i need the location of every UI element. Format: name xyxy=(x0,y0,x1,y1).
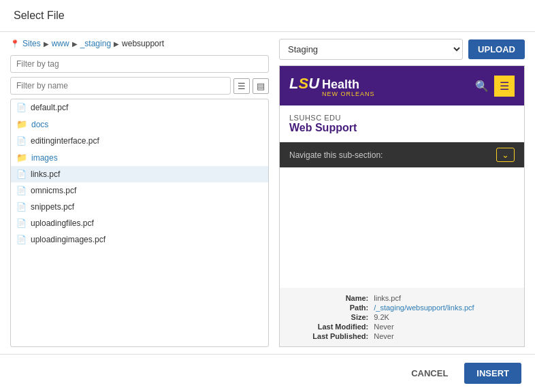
filter-name-input[interactable] xyxy=(10,77,231,95)
file-icon: 📄 xyxy=(16,202,27,212)
file-icon: 📄 xyxy=(16,103,27,112)
list-item[interactable]: 📄uploadingfiles.pcf xyxy=(11,215,268,231)
health-label: Health xyxy=(322,78,375,91)
folder-icon: 📁 xyxy=(16,152,27,163)
folder-icon: 📁 xyxy=(16,119,27,129)
last-published-value: Never xyxy=(371,331,517,341)
last-modified-label: Last Modified: xyxy=(287,322,371,331)
navigate-bar: Navigate this sub-section: ⌄ xyxy=(280,142,524,167)
breadcrumb-www[interactable]: www xyxy=(52,39,69,48)
breadcrumb-sites[interactable]: Sites xyxy=(22,39,41,48)
file-name: uploadingimages.pcf xyxy=(31,235,106,244)
lsu-banner: LSU Health NEW ORLEANS 🔍 ☰ xyxy=(280,66,524,105)
file-icon: 📄 xyxy=(16,136,27,146)
breadcrumb-sep2: ▶ xyxy=(72,40,78,48)
file-info-published-row: Last Published: Never xyxy=(287,331,517,341)
file-info-name-row: Name: links.pcf xyxy=(287,293,517,303)
select-file-dialog: Select File 📍 Sites ▶ www ▶ _staging ▶ w… xyxy=(0,0,535,392)
breadcrumb: 📍 Sites ▶ www ▶ _staging ▶ websupport xyxy=(10,39,269,51)
size-value: 9.2K xyxy=(371,312,517,322)
lsu-nav-icons: 🔍 ☰ xyxy=(475,76,515,97)
dialog-title: Select File xyxy=(14,10,521,22)
file-icon: 📄 xyxy=(16,169,27,179)
filter-tag-input[interactable] xyxy=(10,55,269,73)
last-modified-value: Never xyxy=(371,322,517,331)
location-pin-icon: 📍 xyxy=(10,39,20,48)
preview-area: LSU Health NEW ORLEANS 🔍 ☰ xyxy=(279,65,525,347)
file-name: links.pcf xyxy=(31,169,60,179)
preview-scroll: LSU Health NEW ORLEANS 🔍 ☰ xyxy=(280,66,524,288)
list-item[interactable]: 📄default.pcf xyxy=(11,99,268,116)
grid-view-button[interactable]: ▤ xyxy=(253,78,269,94)
lsu-initials: LSU xyxy=(289,75,319,93)
navigate-chevron-icon[interactable]: ⌄ xyxy=(496,148,515,162)
lsu-health-text: Health NEW ORLEANS xyxy=(322,78,375,97)
navigate-text: Navigate this sub-section: xyxy=(289,150,383,160)
file-icon: 📄 xyxy=(16,218,27,228)
file-name: omnicms.pcf xyxy=(31,186,76,195)
list-item[interactable]: 📁images xyxy=(11,149,268,166)
file-name: images xyxy=(31,153,58,163)
file-info-path-row: Path: /_staging/websupport/links.pcf xyxy=(287,303,517,312)
list-view-button[interactable]: ☰ xyxy=(233,78,250,94)
left-panel: 📍 Sites ▶ www ▶ _staging ▶ websupport ☰ … xyxy=(10,39,269,347)
breadcrumb-sep3: ▶ xyxy=(114,40,119,48)
breadcrumb-current: websupport xyxy=(122,39,164,48)
lsu-edu-label: LSUHSC EDU xyxy=(289,114,515,122)
list-item[interactable]: 📄snippets.pcf xyxy=(11,199,268,215)
file-info-modified-row: Last Modified: Never xyxy=(287,322,517,331)
lsu-s: S xyxy=(298,75,308,92)
breadcrumb-sep1: ▶ xyxy=(44,40,49,48)
list-item[interactable]: 📁docs xyxy=(11,116,268,133)
dialog-header: Select File xyxy=(0,0,535,32)
dialog-body: 📍 Sites ▶ www ▶ _staging ▶ websupport ☰ … xyxy=(0,32,535,354)
environment-select[interactable]: StagingProduction xyxy=(279,39,463,60)
list-item[interactable]: 📄links.pcf xyxy=(11,166,268,182)
filter-name-row: ☰ ▤ xyxy=(10,77,269,95)
view-icons: ☰ ▤ xyxy=(233,78,269,94)
file-list: 📄default.pcf📁docs📄editinginterface.pcf📁i… xyxy=(10,99,269,347)
breadcrumb-staging[interactable]: _staging xyxy=(80,39,111,48)
lsu-content: LSUHSC EDU Web Support xyxy=(280,105,524,142)
file-name: snippets.pcf xyxy=(31,202,74,212)
lsu-menu-icon[interactable]: ☰ xyxy=(494,76,515,97)
list-item[interactable]: 📄editinginterface.pcf xyxy=(11,133,268,149)
right-panel: StagingProduction UPLOAD LSU Health xyxy=(279,39,525,347)
new-orleans-label: NEW ORLEANS xyxy=(322,91,375,97)
path-label: Path: xyxy=(287,303,371,312)
lsu-logo: LSU Health NEW ORLEANS xyxy=(289,75,375,97)
path-value: /_staging/websupport/links.pcf xyxy=(371,303,517,312)
file-info-panel: Name: links.pcf Path: /_staging/websuppo… xyxy=(280,288,524,346)
lsu-search-icon[interactable]: 🔍 xyxy=(475,80,489,93)
file-name: default.pcf xyxy=(31,103,68,112)
file-name: docs xyxy=(31,120,48,129)
name-value: links.pcf xyxy=(371,293,517,303)
file-name: uploadingfiles.pcf xyxy=(31,218,94,228)
lsu-websupport-label: Web Support xyxy=(289,122,515,134)
right-top-bar: StagingProduction UPLOAD xyxy=(279,39,525,60)
cancel-button[interactable]: CANCEL xyxy=(402,363,457,383)
list-item[interactable]: 📄uploadingimages.pcf xyxy=(11,231,268,248)
file-name: editinginterface.pcf xyxy=(31,136,99,146)
file-icon: 📄 xyxy=(16,186,27,195)
last-published-label: Last Published: xyxy=(287,331,371,341)
name-label: Name: xyxy=(287,293,371,303)
file-info-size-row: Size: 9.2K xyxy=(287,312,517,322)
file-icon: 📄 xyxy=(16,235,27,244)
insert-button[interactable]: INSERT xyxy=(464,363,521,384)
dialog-footer: CANCEL INSERT xyxy=(0,354,535,392)
lsu-u: U xyxy=(308,75,319,92)
lsu-l: L xyxy=(289,75,298,92)
list-item[interactable]: 📄omnicms.pcf xyxy=(11,182,268,199)
file-info-table: Name: links.pcf Path: /_staging/websuppo… xyxy=(287,293,517,341)
size-label: Size: xyxy=(287,312,371,322)
upload-button[interactable]: UPLOAD xyxy=(468,39,525,59)
